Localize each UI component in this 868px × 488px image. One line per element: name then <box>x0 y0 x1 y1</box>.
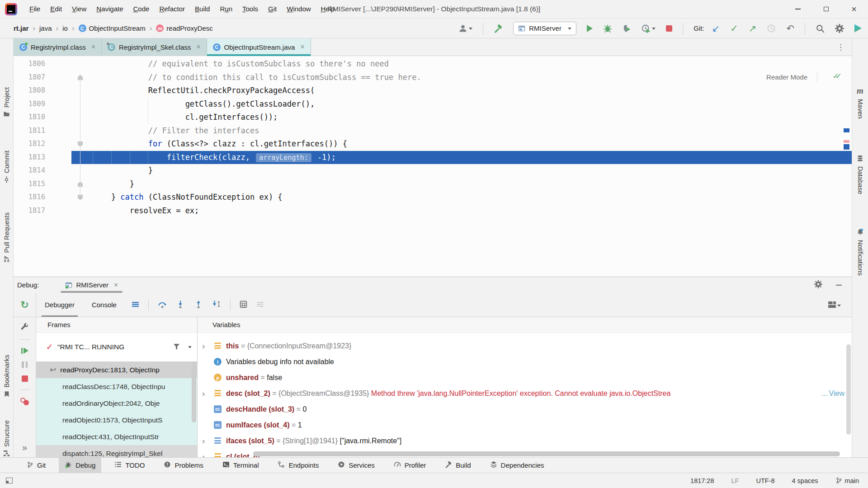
menu-tools[interactable]: Tools <box>237 0 263 18</box>
toolwindow-problems[interactable]: Problems <box>158 458 209 473</box>
frame-row[interactable]: readClassDesc:1748, ObjectInpu <box>36 378 197 395</box>
editor-tab-objectinputstream.java[interactable]: CObjectInputStream.java <box>207 38 311 56</box>
code-line[interactable]: 1817 resolveEx = ex; <box>14 204 852 218</box>
frame-row[interactable]: readProxyDesc:1813, ObjectInp <box>36 361 197 378</box>
git-update-button[interactable]: ↙ <box>712 23 720 33</box>
run-to-cursor-button[interactable] <box>212 300 221 310</box>
ide-plugin-icon[interactable] <box>854 24 862 33</box>
code-line[interactable]: 1816 } catch (ClassNotFoundException ex)… <box>14 191 852 204</box>
sidebar-item-commit[interactable]: Commit <box>0 150 13 184</box>
code-line[interactable]: 1807 // to condition this call to isCust… <box>14 71 852 84</box>
pause-button[interactable] <box>22 361 28 368</box>
run-configuration-select[interactable]: RMIServer <box>513 22 576 35</box>
line-number[interactable]: 1817 <box>14 204 71 218</box>
profiler-button[interactable] <box>642 24 656 33</box>
debug-session-tab[interactable]: RMIServer <box>61 277 123 293</box>
code-editor[interactable]: 1806 // equivalent to isCustomSubclass s… <box>14 56 852 277</box>
restore-layout-button[interactable] <box>828 301 841 309</box>
debug-button[interactable] <box>603 24 612 33</box>
close-button[interactable] <box>840 0 868 18</box>
more-actions-icon[interactable] <box>22 442 27 453</box>
expand-chevron-icon[interactable] <box>202 452 210 458</box>
execution-line[interactable]: 1813 filterCheck(clazz, arrayLength: -1)… <box>14 151 852 164</box>
frame-row[interactable]: dispatch:125, RegistryImpl_Skel <box>36 445 197 457</box>
inspections-ok-icon[interactable] <box>833 71 839 81</box>
code-line[interactable]: 1814 } <box>14 164 852 178</box>
debug-settings-button[interactable] <box>814 280 822 290</box>
close-tab-icon[interactable] <box>298 43 304 51</box>
tool-window-toggle-icon[interactable] <box>6 478 13 483</box>
sidebar-item-structure[interactable]: Structure <box>0 420 13 458</box>
code-line[interactable]: 1815 } <box>14 178 852 191</box>
sidebar-item-pull-requests[interactable]: Pull Requests <box>0 212 13 264</box>
menu-view[interactable]: View <box>67 0 91 18</box>
line-separator[interactable]: LF <box>731 477 739 484</box>
variable-row[interactable]: 01numIfaces (slot_4) = 1 <box>198 417 852 433</box>
line-number[interactable]: 1814 <box>14 164 71 178</box>
line-number[interactable]: 1815 <box>14 178 71 191</box>
resume-button[interactable] <box>21 347 28 354</box>
settings-button[interactable] <box>835 24 844 33</box>
menu-file[interactable]: File <box>24 0 45 18</box>
history-button[interactable] <box>767 24 776 33</box>
menu-navigate[interactable]: Navigate <box>91 0 128 18</box>
editor-tab-registryimpl_skel.class[interactable]: CRegistryImpl_Skel.class <box>102 38 207 56</box>
close-tab-icon[interactable] <box>90 43 95 51</box>
code-line[interactable]: 1811 // Filter the interfaces <box>14 124 852 138</box>
code-line[interactable]: 1812 for (Class<?> clazz : cl.getInterfa… <box>14 137 852 151</box>
debug-settings-wrench-icon[interactable] <box>21 323 28 332</box>
maximize-button[interactable] <box>812 0 840 18</box>
breadcrumb-io[interactable]: io <box>62 24 68 32</box>
sidebar-item-notifications[interactable]: Notifications <box>852 228 868 276</box>
variable-row[interactable]: punshared = false <box>198 370 852 385</box>
run-button[interactable] <box>587 25 593 32</box>
run-with-coverage-button[interactable] <box>623 24 631 33</box>
toolwindow-profiler[interactable]: Profiler <box>388 458 432 473</box>
sidebar-item-project[interactable]: Project <box>0 87 13 119</box>
toolwindow-debug[interactable]: Debug <box>59 458 101 473</box>
toolwindow-terminal[interactable]: Terminal <box>217 458 265 473</box>
stop-button[interactable] <box>666 25 672 32</box>
filter-funnel-icon[interactable] <box>173 343 180 351</box>
frame-row[interactable]: readOrdinaryObject:2042, Obje <box>36 395 197 412</box>
stop-process-button[interactable] <box>22 375 28 382</box>
menu-git[interactable]: Git <box>263 0 282 18</box>
layout-filter-icon[interactable] <box>256 300 264 310</box>
line-number[interactable]: 1811 <box>14 124 71 138</box>
toolwindow-git[interactable]: Git <box>21 458 52 473</box>
menu-window[interactable]: Window <box>282 0 316 18</box>
line-number[interactable]: 1810 <box>14 111 71 124</box>
code-line[interactable]: 1809 getClass().getClassLoader(), <box>14 98 852 111</box>
tab-options-icon[interactable] <box>830 42 852 52</box>
minimize-button[interactable] <box>784 0 812 18</box>
frames-scrollbar[interactable] <box>192 361 196 422</box>
menu-edit[interactable]: Edit <box>45 0 67 18</box>
frame-row[interactable]: readObject0:1573, ObjectInputS <box>36 412 197 428</box>
code-line[interactable]: 1808 ReflectUtil.checkProxyPackageAccess… <box>14 84 852 98</box>
toolwindow-todo[interactable]: TODO <box>108 458 151 473</box>
line-number[interactable]: 1813 <box>14 151 71 164</box>
code-line[interactable]: 1810 cl.getInterfaces()); <box>14 111 852 124</box>
expand-chevron-icon[interactable] <box>202 341 210 351</box>
step-out-button[interactable] <box>194 300 203 310</box>
sidebar-item-bookmarks[interactable]: Bookmarks <box>0 355 13 399</box>
rerun-icon[interactable] <box>20 299 28 311</box>
toolwindow-endpoints[interactable]: Endpoints <box>272 458 325 473</box>
line-number[interactable]: 1812 <box>14 137 71 151</box>
chevron-down-icon[interactable] <box>188 346 192 350</box>
variables-hscrollbar[interactable] <box>253 451 840 456</box>
line-number[interactable]: 1808 <box>14 84 71 98</box>
hide-panel-button[interactable] <box>836 285 842 286</box>
view-breakpoints-button[interactable] <box>20 398 29 405</box>
close-session-icon[interactable] <box>112 281 118 289</box>
thread-selector[interactable]: "RMI TC... RUNNING <box>36 338 197 356</box>
tab-console[interactable]: Console <box>83 293 125 317</box>
step-over-button[interactable] <box>158 300 167 310</box>
breadcrumb-java[interactable]: java <box>39 24 52 32</box>
menu-help[interactable]: Help <box>316 0 340 18</box>
menu-run[interactable]: Run <box>215 0 237 18</box>
breadcrumb-readproxydesc[interactable]: mreadProxyDesc <box>156 24 213 32</box>
frame-row[interactable]: readObject:431, ObjectInputStr <box>36 428 197 445</box>
file-encoding[interactable]: UTF-8 <box>756 477 774 484</box>
indent-setting[interactable]: 4 spaces <box>792 477 818 484</box>
